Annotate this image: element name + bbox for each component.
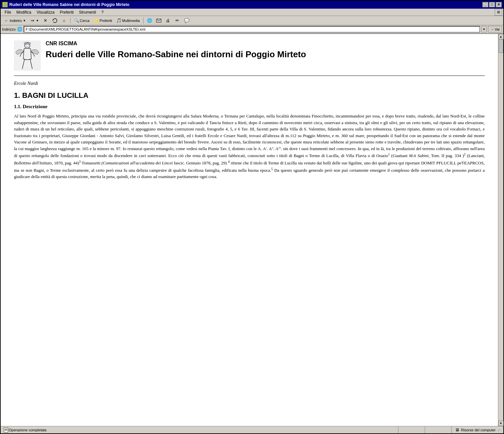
paragraph-text-4: (Lanciani, bbox=[466, 153, 485, 158]
toolbar-small-icon[interactable]: ⊞ bbox=[495, 9, 502, 16]
scroll-down-button[interactable]: ▼ bbox=[498, 421, 504, 426]
document-main-title: Ruderi delle Ville Romano-Sabine nei din… bbox=[46, 49, 485, 60]
title-separator bbox=[14, 76, 485, 76]
address-url: F:\Documenti\XMLPROGETTOGALANTINA\provan… bbox=[26, 27, 145, 31]
svg-rect-2 bbox=[14, 41, 41, 71]
status-right-text: Risorse del computer bbox=[461, 428, 496, 432]
globe-button[interactable]: 🌐 bbox=[145, 17, 154, 24]
multimedia-button[interactable]: 🎵 Multimedia bbox=[115, 17, 141, 24]
menu-modifica[interactable]: Modifica bbox=[14, 9, 34, 15]
globe-icon: 🌐 bbox=[147, 18, 152, 23]
paragraph-text-7: fascic. Gennaio 1878, pag. 29) bbox=[173, 160, 228, 165]
stop-button[interactable]: ✕ bbox=[41, 17, 50, 24]
search-label: Cerca bbox=[80, 19, 90, 23]
print-button[interactable]: 🖨 bbox=[164, 17, 172, 24]
forward-icon: ⇒ bbox=[30, 18, 35, 23]
italic-text-3: (Comunicazioni all'accademia dei Lincei bbox=[102, 160, 173, 165]
scroll-track[interactable] bbox=[498, 39, 503, 421]
discuss-icon: 💬 bbox=[184, 18, 189, 23]
forward-dropdown-icon: ▼ bbox=[36, 19, 39, 22]
favorites-button[interactable]: ⭐ Preferiti bbox=[92, 17, 114, 24]
italic-text-1: M.ti Sabini, bbox=[409, 153, 430, 158]
svg-rect-7 bbox=[4, 428, 8, 432]
title-bar-left: 🌐 Ruderi delle Ville Romano Sabine nei d… bbox=[2, 2, 129, 7]
status-left: Operazione completata bbox=[1, 426, 398, 433]
doc-header: CNR ISCIMA Ruderi delle Ville Romano-Sab… bbox=[14, 41, 485, 71]
mail-icon bbox=[156, 18, 161, 23]
doc-title-block: CNR ISCIMA Ruderi delle Ville Romano-Sab… bbox=[46, 41, 485, 60]
address-bar: Indirizzo 🌐 F:\Documenti\XMLPROGETTOGALA… bbox=[1, 25, 503, 34]
menu-file[interactable]: File bbox=[2, 9, 14, 15]
paragraph-text-2: (Guattani bbox=[390, 153, 409, 158]
search-icon: 🔍 bbox=[74, 18, 79, 23]
mail-button[interactable] bbox=[154, 17, 163, 24]
paragraph-text-1: Al lato Nord di Poggio Mirteto, principi… bbox=[14, 113, 485, 158]
multimedia-label: Multimedia bbox=[122, 19, 140, 23]
status-text: Operazione completata bbox=[9, 428, 47, 432]
search-button[interactable]: 🔍 Cerca bbox=[72, 17, 91, 24]
back-dropdown-icon: ▼ bbox=[23, 19, 26, 22]
status-middle-2 bbox=[425, 426, 452, 433]
menu-help[interactable]: ? bbox=[99, 9, 107, 15]
menu-visualizza[interactable]: Visualizza bbox=[34, 9, 57, 15]
toolbar-sep-2 bbox=[143, 18, 143, 24]
vertical-scrollbar: ▲ ▼ bbox=[498, 34, 503, 426]
address-label: Indirizzo bbox=[2, 27, 16, 31]
institution-logo bbox=[14, 41, 41, 71]
address-dropdown[interactable]: ▼ bbox=[481, 26, 487, 33]
menu-strumenti[interactable]: Strumenti bbox=[76, 9, 99, 15]
home-button[interactable]: ⌂ bbox=[60, 17, 69, 24]
title-controls: _ □ ✕ bbox=[482, 2, 502, 7]
edit-button[interactable]: ✏ bbox=[173, 17, 182, 24]
section-1-title: 1. BAGNI DI LUCILLA bbox=[14, 91, 485, 100]
status-resize-icon: ⟋ bbox=[497, 428, 501, 432]
institution-name: CNR ISCIMA bbox=[46, 41, 485, 47]
title-bar: 🌐 Ruderi delle Ville Romano Sabine nei d… bbox=[1, 1, 503, 9]
forward-button[interactable]: ⇒ ▼ bbox=[28, 17, 41, 24]
main-content: CNR ISCIMA Ruderi delle Ville Romano-Sab… bbox=[1, 34, 498, 426]
paragraph-text-5: 1870, pag. 44) bbox=[53, 160, 79, 165]
scroll-thumb[interactable] bbox=[499, 40, 503, 53]
back-icon: ← bbox=[4, 18, 9, 23]
author-name: Ercole Nardi bbox=[14, 81, 485, 86]
browser-icon: 🌐 bbox=[2, 2, 8, 7]
paragraph-text-3: Tom. II pag. 334 ) bbox=[430, 153, 464, 158]
address-input[interactable]: F:\Documenti\XMLPROGETTOGALANTINA\provan… bbox=[24, 26, 480, 33]
minimize-button[interactable]: _ bbox=[482, 2, 488, 7]
refresh-button[interactable] bbox=[51, 17, 59, 24]
menu-preferiti[interactable]: Preferiti bbox=[57, 9, 76, 15]
menu-bar: File Modifica Visualizza Preferiti Strum… bbox=[1, 9, 503, 16]
vai-label: Vai bbox=[495, 27, 500, 31]
scroll-up-button[interactable]: ▲ bbox=[498, 34, 504, 39]
subsection-1-1-title: 1.1. Descrizione bbox=[14, 104, 485, 109]
back-button[interactable]: ← Indietro ▼ bbox=[2, 17, 28, 24]
main-paragraph: Al lato Nord di Poggio Mirteto, principi… bbox=[14, 113, 485, 180]
edit-icon: ✏ bbox=[175, 18, 180, 23]
status-right: 🖥 Risorse del computer ⟋ bbox=[452, 427, 503, 433]
toolbar-sep-1 bbox=[70, 18, 71, 24]
computer-icon: 🖥 bbox=[454, 427, 460, 433]
window-title: Ruderi delle Ville Romano Sabine nei din… bbox=[9, 2, 129, 7]
vai-icon: → bbox=[490, 27, 494, 31]
status-middle-1 bbox=[398, 426, 425, 433]
browser-window: 🌐 Ruderi delle Ville Romano Sabine nei d… bbox=[0, 0, 504, 434]
vai-button[interactable]: → Vai bbox=[488, 26, 502, 33]
italic-text-2: Bollettino dell'Istituto, bbox=[14, 160, 53, 165]
print-icon: 🖨 bbox=[165, 18, 171, 23]
close-button[interactable]: ✕ bbox=[496, 2, 502, 7]
paragraph-text-6: Tomassetti bbox=[81, 160, 101, 165]
address-globe-icon: 🌐 bbox=[17, 27, 22, 32]
favorites-icon: ⭐ bbox=[94, 18, 99, 23]
discuss-button[interactable]: 💬 bbox=[182, 17, 191, 24]
multimedia-icon: 🎵 bbox=[116, 18, 122, 23]
content-wrapper: CNR ISCIMA Ruderi delle Ville Romano-Sab… bbox=[1, 34, 503, 426]
back-label: Indietro bbox=[10, 19, 22, 23]
status-page-icon bbox=[3, 427, 9, 433]
toolbar: ← Indietro ▼ ⇒ ▼ ✕ ⌂ 🔍 Cerca ⭐ Preferiti bbox=[1, 16, 503, 25]
status-bar: Operazione completata 🖥 Risorse del comp… bbox=[1, 426, 503, 433]
favorites-label: Preferiti bbox=[100, 19, 112, 23]
stop-icon: ✕ bbox=[43, 18, 48, 23]
maximize-button[interactable]: □ bbox=[489, 2, 495, 7]
home-icon: ⌂ bbox=[62, 18, 67, 23]
refresh-icon bbox=[52, 18, 58, 23]
